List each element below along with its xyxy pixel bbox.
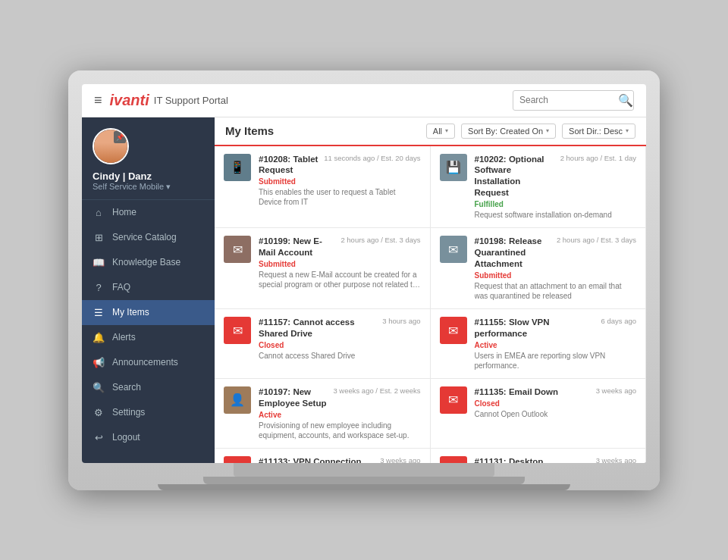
item-icon: 👤: [224, 386, 251, 414]
item-header: #11133: VPN Connection Failed 3 weeks ag…: [259, 456, 421, 463]
search-icon: 🔍: [618, 93, 633, 108]
page-title: My Items: [225, 124, 274, 137]
brand-title: IT Support Portal: [154, 95, 228, 106]
sidebar-item-service-catalog[interactable]: ⊞ Service Catalog: [82, 225, 215, 250]
user-name: Cindy | Danz: [93, 171, 204, 182]
avatar: 📌: [93, 128, 129, 164]
chevron-down-icon: ▾: [546, 127, 549, 134]
sidebar-item-announcements[interactable]: 📢 Announcements: [82, 350, 215, 375]
status-badge: Submitted: [259, 177, 421, 186]
sidebar-item-label: Service Catalog: [112, 232, 177, 242]
item-time: 3 weeks ago: [596, 386, 636, 395]
item-time: 2 hours ago / Est. 3 days: [340, 236, 420, 244]
item-description: Cannot Open Outlook: [475, 409, 637, 419]
status-badge: Active: [475, 341, 637, 349]
sidebar-item-alerts[interactable]: 🔔 Alerts: [82, 325, 215, 350]
announcements-icon: 📢: [93, 357, 105, 368]
filter-all-button[interactable]: All ▾: [426, 124, 455, 139]
item-header: #10197: New Employee Setup 3 weeks ago /…: [259, 386, 421, 409]
sidebar-item-label: Knowledge Base: [112, 257, 180, 267]
sidebar-item-label: Home: [112, 207, 136, 217]
sort-by-button[interactable]: Sort By: Created On ▾: [461, 124, 556, 139]
header-controls: All ▾ Sort By: Created On ▾ Sort Dir.: D…: [426, 124, 635, 139]
search-bar[interactable]: 🔍: [513, 90, 634, 111]
item-time: 3 weeks ago: [596, 456, 636, 463]
sidebar-item-label: Search: [112, 382, 141, 393]
item-header: #11131: Desktop Application Failure 3 we…: [475, 456, 637, 463]
home-icon: ⌂: [93, 207, 105, 218]
item-title: #11157: Cannot access Shared Drive: [259, 317, 378, 339]
monitor-base: [158, 484, 570, 490]
item-title: #10208: Tablet Request: [259, 154, 319, 177]
item-header: #11135: Email Down 3 weeks ago: [475, 386, 637, 398]
sidebar-item-home[interactable]: ⌂ Home: [82, 200, 215, 225]
content-header: My Items All ▾ Sort By: Created On ▾: [215, 117, 646, 146]
item-title: #10197: New Employee Setup: [259, 386, 328, 409]
item-content: #11135: Email Down 3 weeks ago Closed Ca…: [475, 386, 637, 419]
my-items-icon: ☰: [93, 307, 105, 318]
item-content: #10199: New E-Mail Account 2 hours ago /…: [259, 236, 421, 289]
item-content: #10198: Release Quarantined Attachment 2…: [475, 236, 637, 301]
sidebar-item-faq[interactable]: ? FAQ: [82, 275, 215, 300]
sidebar-item-search[interactable]: 🔍 Search: [82, 375, 215, 400]
item-time: 11 seconds ago / Est. 20 days: [324, 154, 420, 162]
item-content: #11157: Cannot access Shared Drive 3 hou…: [259, 317, 421, 361]
sidebar-item-label: Alerts: [112, 332, 136, 343]
user-role[interactable]: Self Service Mobile ▾: [93, 182, 204, 192]
item-content: #11155: Slow VPN performance 6 days ago …: [475, 317, 637, 371]
brand: ivanti IT Support Portal: [110, 92, 513, 109]
sidebar-item-knowledge-base[interactable]: 📖 Knowledge Base: [82, 250, 215, 275]
user-section: 📌 Cindy | Danz Self Service Mobile ▾: [82, 117, 215, 200]
list-item[interactable]: ✉ #10199: New E-Mail Account 2 hours ago…: [215, 228, 431, 309]
faq-icon: ?: [93, 282, 105, 293]
status-badge: Closed: [475, 399, 637, 408]
list-item[interactable]: 👤 #10197: New Employee Setup 3 weeks ago…: [215, 379, 431, 449]
sidebar-item-settings[interactable]: ⚙ Settings: [82, 400, 215, 425]
item-icon: ✉: [224, 456, 251, 463]
list-item[interactable]: ✉ #11155: Slow VPN performance 6 days ag…: [431, 309, 647, 379]
item-icon: ✉: [440, 317, 467, 344]
item-title: #10198: Release Quarantined Attachment: [475, 236, 552, 270]
list-item[interactable]: ✉ #10198: Release Quarantined Attachment…: [431, 228, 647, 309]
list-item[interactable]: ✉ #11135: Email Down 3 weeks ago Closed …: [431, 379, 647, 449]
status-badge: Fulfilled: [475, 200, 637, 208]
list-item[interactable]: ✉ #11131: Desktop Application Failure 3 …: [431, 449, 647, 463]
search-icon: 🔍: [93, 382, 105, 393]
sidebar-item-label: FAQ: [112, 282, 130, 293]
service-catalog-icon: ⊞: [93, 232, 105, 243]
sidebar-item-logout[interactable]: ↩ Logout: [82, 425, 215, 450]
settings-icon: ⚙: [93, 407, 105, 418]
search-input[interactable]: [519, 95, 618, 105]
list-item[interactable]: ✉ #11133: VPN Connection Failed 3 weeks …: [215, 449, 431, 463]
chevron-down-icon: ▾: [445, 127, 448, 134]
item-title: #11135: Email Down: [475, 386, 559, 398]
item-description: Cannot access Shared Drive: [259, 351, 421, 361]
sidebar: 📌 Cindy | Danz Self Service Mobile ▾ ⌂ H…: [82, 117, 215, 463]
item-content: #10208: Tablet Request 11 seconds ago / …: [259, 154, 421, 208]
knowledge-base-icon: 📖: [93, 257, 105, 268]
sidebar-item-label: Settings: [112, 407, 145, 418]
sidebar-item-label: Logout: [112, 432, 140, 443]
brand-logo: ivanti: [110, 92, 149, 109]
logout-icon: ↩: [93, 432, 105, 443]
monitor-screen: ≡ ivanti IT Support Portal 🔍: [82, 84, 646, 463]
nav-items: ⌂ Home ⊞ Service Catalog 📖 Knowledge Bas…: [82, 200, 215, 450]
list-item[interactable]: ✉ #11157: Cannot access Shared Drive 3 h…: [215, 309, 431, 379]
status-badge: Closed: [259, 341, 421, 349]
list-item[interactable]: 📱 #10208: Tablet Request 11 seconds ago …: [215, 146, 431, 229]
monitor-outer: ≡ ivanti IT Support Portal 🔍: [68, 70, 660, 490]
sidebar-item-label: Announcements: [112, 357, 178, 368]
item-header: #10198: Release Quarantined Attachment 2…: [475, 236, 637, 270]
app: ≡ ivanti IT Support Portal 🔍: [82, 84, 646, 463]
item-content: #11131: Desktop Application Failure 3 we…: [475, 456, 637, 463]
list-item[interactable]: 💾 #10202: Optional Software Installation…: [431, 146, 647, 229]
item-title: #11155: Slow VPN performance: [475, 317, 597, 339]
sidebar-item-my-items[interactable]: ☰ My Items: [82, 300, 215, 325]
item-time: 2 hours ago / Est. 3 days: [557, 236, 636, 244]
hamburger-icon[interactable]: ≡: [94, 92, 102, 108]
item-description: This enables the user to request a Table…: [259, 187, 421, 207]
item-title: #11131: Desktop Application Failure: [475, 456, 592, 463]
item-content: #10197: New Employee Setup 3 weeks ago /…: [259, 386, 421, 440]
sort-dir-button[interactable]: Sort Dir.: Desc ▾: [562, 124, 635, 139]
item-title: #11133: VPN Connection Failed: [259, 456, 375, 463]
